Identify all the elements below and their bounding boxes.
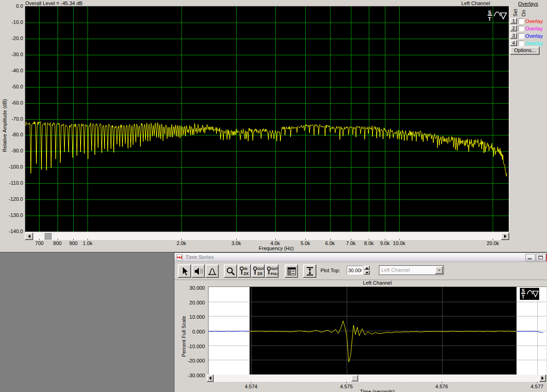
x-tick <box>87 239 88 240</box>
y-tick-label: 30.000 <box>175 285 205 291</box>
overall-level-readout: Overall Level = -45.34 dB <box>25 0 82 6</box>
y-tick-label: -50.0 <box>0 84 23 89</box>
zoom-out-2x-button[interactable]: OUT 2X <box>251 264 265 278</box>
left-arrow-icon <box>28 234 30 238</box>
overlay-set-3-button[interactable]: 3 <box>510 33 517 39</box>
minimize-icon <box>528 258 532 259</box>
workspace-background <box>0 252 174 392</box>
window-title: Time Series <box>186 254 214 260</box>
time-series-x-axis-title: Time (seconds) <box>208 389 547 392</box>
right-arrow-icon <box>541 376 544 380</box>
time-series-toolbar: IN 2X OUT 2X OUT FULL <box>175 262 547 280</box>
plot-top-input[interactable] <box>347 266 363 275</box>
x-tick <box>346 382 347 383</box>
y-tick-label: -30.0 <box>0 52 23 57</box>
combo-dropdown-button[interactable] <box>435 266 443 274</box>
pointer-tool-button[interactable] <box>178 264 191 278</box>
zoom-in-2x-button[interactable]: IN 2X <box>238 264 251 278</box>
x-tick <box>399 239 400 240</box>
right-arrow-icon <box>504 234 506 238</box>
y-tick-label: -20.000 <box>175 358 205 363</box>
y-tick-label: -10.000 <box>175 344 205 349</box>
y-tick-label: -10.0 <box>0 19 23 25</box>
overlay-on-4-checkbox[interactable] <box>518 41 524 46</box>
overlay-set-2-button[interactable]: 2 <box>510 25 517 31</box>
plot-top-label: Plot Top: <box>320 268 340 273</box>
zoom-out-full-button[interactable]: OUT FULL <box>265 264 279 278</box>
x-tick <box>330 239 331 240</box>
x-tick <box>251 382 251 383</box>
overlay-on-1-checkbox[interactable] <box>518 18 524 24</box>
left-arrow-icon <box>209 376 211 380</box>
x-tick <box>385 239 385 240</box>
y-tick-label: -140.0 <box>0 228 23 234</box>
spectrum-plot[interactable]: S T <box>25 6 509 232</box>
peak-curve-tool-button[interactable] <box>205 264 219 278</box>
time-series-x-axis: 4.5744.5754.5764.577 <box>208 382 547 389</box>
overlay-options-button[interactable]: Options... <box>510 47 540 55</box>
zoom-tool-button[interactable] <box>224 264 237 278</box>
minimize-button[interactable] <box>525 254 535 261</box>
overlay-set-4-button[interactable]: 4 <box>510 40 517 46</box>
x-tick <box>537 382 537 383</box>
overlay-on-2-checkbox[interactable] <box>518 26 524 31</box>
overlay-row-4: 4 Overlay <box>510 40 543 47</box>
x-tick <box>351 239 351 240</box>
spectrum-y-axis-title: Relative Amplitude (dB) <box>2 99 7 152</box>
time-series-h-scrollbar[interactable] <box>207 374 546 382</box>
sine-scale-icon[interactable]: S T <box>487 9 508 23</box>
spectrum-panel: Overall Level = -45.34 dB Left Channel S… <box>0 0 547 252</box>
up-arrow-icon <box>366 267 368 269</box>
overlay-on-3-checkbox[interactable] <box>518 33 524 39</box>
channel-select[interactable]: Left Channel <box>379 265 444 275</box>
y-tick-label: -120.0 <box>0 196 23 202</box>
y-tick-label: 20.000 <box>175 300 205 305</box>
scrollbar-thumb[interactable] <box>351 375 358 381</box>
y-tick-label: -110.0 <box>0 180 23 186</box>
spectrum-channel-label: Left Channel <box>461 0 490 6</box>
time-series-window: Time Series IN 2X <box>174 252 547 392</box>
y-tick-label: -130.0 <box>0 212 23 218</box>
x-tick <box>181 239 182 240</box>
down-arrow-icon <box>366 272 368 274</box>
scroll-right-button[interactable] <box>539 374 546 382</box>
overlay-row-2: 2 Overlay <box>510 25 543 32</box>
spectrum-plot-svg <box>25 6 509 232</box>
maximize-button[interactable] <box>536 254 546 261</box>
y-tick-label: 0.000 <box>175 329 205 334</box>
svg-text:T: T <box>488 16 491 22</box>
dropdown-arrow-icon <box>438 269 441 271</box>
overlay-set-1-button[interactable]: 1 <box>510 18 517 24</box>
vertical-scale-button[interactable] <box>303 264 316 278</box>
svg-text:T: T <box>522 294 524 299</box>
x-tick <box>73 239 74 240</box>
overlay-2-label: Overlay <box>525 26 543 31</box>
overlay-row-3: 3 Overlay <box>510 32 543 39</box>
svg-text:2X: 2X <box>257 271 262 276</box>
overlay-1-label: Overlay <box>525 18 543 24</box>
y-tick-label: -20.0 <box>0 35 23 41</box>
x-tick <box>39 239 40 240</box>
svg-text:IN: IN <box>244 267 247 270</box>
x-tick <box>369 239 369 240</box>
x-tick <box>305 239 306 240</box>
svg-text:OUT: OUT <box>257 267 264 270</box>
y-tick-label: 0.0 <box>0 3 23 9</box>
spinner-down-button[interactable] <box>364 270 370 275</box>
x-tick <box>275 239 276 240</box>
y-tick-label: -40.0 <box>0 68 23 73</box>
time-series-titlebar[interactable]: Time Series <box>175 253 547 262</box>
speaker-tool-button[interactable] <box>192 264 205 278</box>
x-tick <box>442 382 442 383</box>
svg-text:S: S <box>488 10 491 15</box>
spinner-up-button[interactable] <box>364 266 370 270</box>
overlays-title: Overlays <box>510 1 546 6</box>
display-options-button[interactable] <box>285 264 298 278</box>
y-tick-label: -100.0 <box>0 164 23 170</box>
channel-select-value: Left Channel <box>381 267 410 273</box>
x-tick <box>493 239 493 240</box>
scroll-left-button[interactable] <box>207 374 214 382</box>
plot-top-spinner <box>364 266 370 275</box>
time-series-plot[interactable]: ST <box>208 287 547 375</box>
time-series-y-axis-title: Percent Full Scale <box>181 316 186 357</box>
